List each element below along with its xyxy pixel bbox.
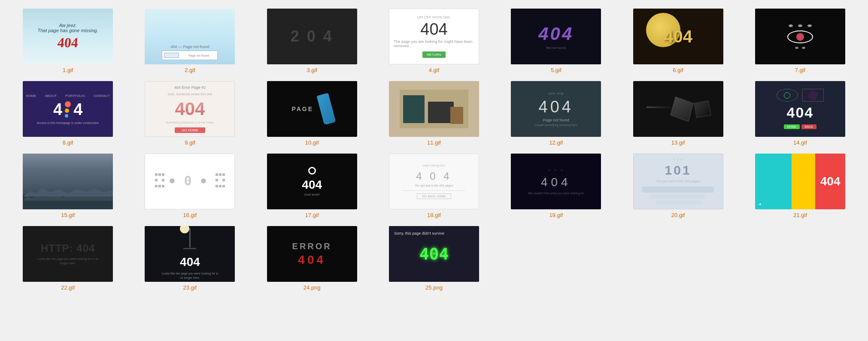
thumbnail-1[interactable]: Aw jeez.That page has gone missing. 404	[23, 9, 113, 64]
thumbnail-25[interactable]: Sorry, this page didn't survive 404	[389, 226, 479, 282]
file-label: 1.gif	[63, 67, 73, 73]
thumbnail-16[interactable]: • 0 •	[145, 154, 235, 209]
list-item[interactable]: 404 6.gif	[619, 9, 737, 73]
file-label: 11.gif	[427, 139, 441, 146]
list-item[interactable]: 7.gif	[741, 9, 859, 73]
file-label: 12.gif	[549, 139, 563, 146]
file-label: 22.gif	[61, 284, 75, 291]
file-label: 24.png	[303, 284, 321, 291]
list-item[interactable]: ERROR 404 24.png	[253, 226, 371, 291]
thumbnail-24[interactable]: ERROR 404	[267, 226, 357, 282]
file-label: 6.gif	[673, 67, 683, 73]
thumbnail-5[interactable]: 404 file not found	[511, 9, 601, 64]
file-label: 10.gif	[305, 139, 319, 146]
list-item[interactable]: PAGE 10.gif	[253, 81, 371, 146]
list-item[interactable]: 404 — Page not found Page not found 2.gi…	[131, 9, 249, 73]
file-label: 15.gif	[61, 212, 75, 218]
list-item[interactable]: ~ ~ ~ 404 We couldn't find what you were…	[497, 154, 615, 218]
list-item[interactable]: HOMEABOUTPORTFOLIOCONTACT 4 4 Access to …	[9, 81, 127, 146]
list-item[interactable]: oops! wrong turn 4 0 4 You got lost in t…	[375, 154, 493, 218]
list-item[interactable]: UH OH! You're lost. 404 The page you are…	[375, 9, 493, 73]
list-item[interactable]: 15.gif	[9, 154, 127, 218]
file-label: 9.gif	[185, 139, 195, 146]
file-label: 4.gif	[429, 67, 440, 73]
file-label: 7.gif	[795, 67, 806, 73]
list-item[interactable]: ◀ 404 21.gif	[741, 154, 859, 218]
file-label: 2.gif	[185, 67, 195, 73]
list-item[interactable]: 404 HOME BACK 14.gif	[741, 81, 859, 146]
thumbnail-2[interactable]: 404 — Page not found Page not found	[145, 9, 235, 64]
thumbnail-11[interactable]	[389, 81, 479, 137]
file-label: 20.gif	[671, 212, 685, 218]
file-label: 5.gif	[551, 67, 561, 73]
file-label: 14.gif	[793, 139, 807, 146]
file-label: 25.png	[425, 284, 443, 291]
thumbnail-6[interactable]: 404	[633, 9, 723, 64]
list-item[interactable]: Aw jeez.That page has gone missing. 404 …	[9, 9, 127, 73]
file-label: 21.gif	[793, 212, 807, 218]
file-label: 19.gif	[549, 212, 563, 218]
list-item[interactable]: Sorry, this page didn't survive 404 25.p…	[375, 226, 493, 291]
list-item[interactable]: HTTP: 404 Looks like the page you were l…	[9, 226, 127, 291]
file-label: 13.gif	[671, 139, 685, 146]
list-item[interactable]: ~ ~ ~ 101 You got lost in the 404 pages …	[619, 154, 737, 218]
list-item[interactable]: 404 God level! 17.gif	[253, 154, 371, 218]
list-item[interactable]: 404 Looks like the page you were looking…	[131, 226, 249, 291]
thumbnail-21[interactable]: ◀ 404	[755, 154, 845, 209]
thumbnail-grid: Aw jeez.That page has gone missing. 404 …	[9, 9, 859, 291]
list-item[interactable]: 11.gif	[375, 81, 493, 146]
thumbnail-13[interactable]	[633, 81, 723, 137]
thumbnail-17[interactable]: 404 God level!	[267, 154, 357, 209]
file-label: 18.gif	[427, 212, 441, 218]
list-item[interactable]: 13.gif	[619, 81, 737, 146]
thumbnail-14[interactable]: 404 HOME BACK	[755, 81, 845, 137]
list-item[interactable]: uuu.org 404 Page not found Create someth…	[497, 81, 615, 146]
file-label: 8.gif	[63, 139, 73, 146]
list-item[interactable]: • 0 • 16.gif	[131, 154, 249, 218]
thumbnail-8[interactable]: HOMEABOUTPORTFOLIOCONTACT 4 4 Access to …	[23, 81, 113, 137]
thumbnail-7[interactable]	[755, 9, 845, 64]
thumbnail-18[interactable]: oops! wrong turn 4 0 4 You got lost in t…	[389, 154, 479, 209]
thumbnail-22[interactable]: HTTP: 404 Looks like the page you were l…	[23, 226, 113, 282]
thumbnail-10[interactable]: PAGE	[267, 81, 357, 137]
thumbnail-4[interactable]: UH OH! You're lost. 404 The page you are…	[389, 9, 479, 64]
list-item[interactable]: 2 0 4 3.gif	[253, 9, 371, 73]
file-label: 17.gif	[305, 212, 319, 218]
file-label: 23.gif	[183, 284, 197, 291]
thumbnail-23[interactable]: 404 Looks like the page you were looking…	[145, 226, 235, 282]
thumbnail-9[interactable]: 404 Error Page #2 Ooh, someone broke thi…	[145, 81, 235, 137]
thumbnail-3[interactable]: 2 0 4	[267, 9, 357, 64]
thumbnail-15[interactable]	[23, 154, 113, 209]
file-label: 16.gif	[183, 212, 197, 218]
thumbnail-12[interactable]: uuu.org 404 Page not found Create someth…	[511, 81, 601, 137]
thumbnail-20[interactable]: ~ ~ ~ 101 You got lost in the 404 pages	[633, 154, 723, 209]
file-label: 3.gif	[307, 67, 317, 73]
thumbnail-19[interactable]: ~ ~ ~ 404 We couldn't find what you were…	[511, 154, 601, 209]
list-item[interactable]: 404 file not found 5.gif	[497, 9, 615, 73]
list-item[interactable]: 404 Error Page #2 Ooh, someone broke thi…	[131, 81, 249, 146]
